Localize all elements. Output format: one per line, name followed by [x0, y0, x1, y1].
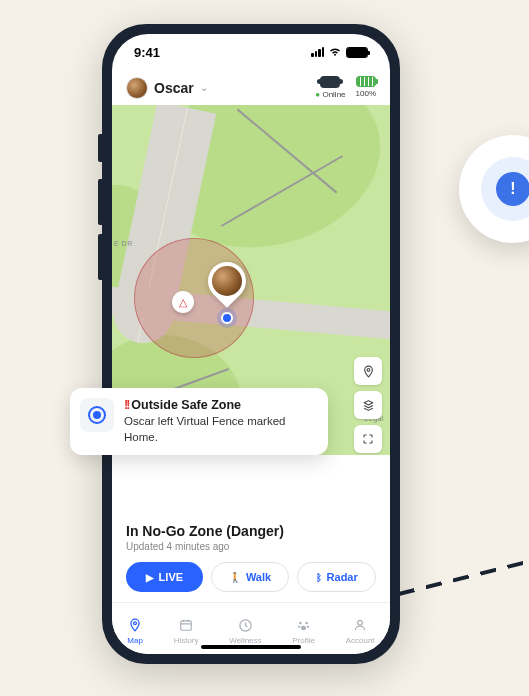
- warning-pin[interactable]: △: [172, 291, 194, 313]
- paw-icon: [296, 617, 311, 634]
- alert-bubble[interactable]: !: [459, 135, 529, 243]
- notification-title: !!Outside Safe Zone: [124, 398, 318, 412]
- walk-button[interactable]: 🚶 Walk: [211, 562, 290, 592]
- svg-point-5: [306, 621, 309, 624]
- walk-label: Walk: [246, 571, 271, 583]
- side-button: [98, 134, 102, 162]
- map-controls: [354, 357, 382, 453]
- pet-pin-avatar: [212, 266, 242, 296]
- tab-label: Account: [346, 636, 375, 645]
- alert-ring: !: [481, 157, 529, 221]
- walk-icon: 🚶: [229, 572, 241, 583]
- svg-point-7: [307, 625, 309, 627]
- phone-frame: 9:41 Oscar ⌄ Online 100%: [102, 24, 400, 664]
- app-header: Oscar ⌄ Online 100%: [112, 70, 390, 105]
- action-row: ▶ LIVE 🚶 Walk ᛒ Radar: [126, 562, 376, 592]
- tab-label: Profile: [292, 636, 315, 645]
- wifi-icon: [328, 47, 342, 57]
- alert-emoji: !!: [124, 398, 128, 412]
- wellness-icon: [238, 617, 253, 634]
- battery-small-icon: [356, 76, 376, 87]
- tracker-status[interactable]: Online: [315, 76, 345, 99]
- volume-down-button: [98, 234, 102, 280]
- warning-icon: △: [179, 296, 187, 309]
- svg-point-6: [298, 625, 300, 627]
- radar-button[interactable]: ᛒ Radar: [297, 562, 376, 592]
- map-pin-icon: [128, 617, 142, 634]
- notification-card[interactable]: !!Outside Safe Zone Oscar left Virtual F…: [70, 388, 328, 455]
- notification-icon-box: [80, 398, 114, 432]
- online-label: Online: [315, 90, 345, 99]
- cellular-icon: [311, 47, 324, 57]
- battery-icon: [346, 47, 368, 58]
- battery-percent: 100%: [356, 89, 376, 98]
- volume-up-button: [98, 179, 102, 225]
- status-indicators: [311, 47, 368, 58]
- svg-point-8: [301, 625, 306, 629]
- center-location-button[interactable]: [354, 357, 382, 385]
- battery-status[interactable]: 100%: [356, 76, 376, 99]
- radar-label: Radar: [327, 571, 358, 583]
- updated-timestamp: Updated 4 minutes ago: [126, 541, 376, 552]
- live-button[interactable]: ▶ LIVE: [126, 562, 203, 592]
- notification-body: Oscar left Virtual Fence marked Home.: [124, 414, 318, 445]
- tab-wellness[interactable]: Wellness: [229, 617, 261, 645]
- user-location-dot: [221, 312, 233, 324]
- street-label: E DR: [114, 240, 133, 247]
- fullscreen-button[interactable]: [354, 425, 382, 453]
- layers-button[interactable]: [354, 391, 382, 419]
- tab-label: Wellness: [229, 636, 261, 645]
- zone-status-title: In No-Go Zone (Danger): [126, 523, 376, 539]
- live-label: LIVE: [159, 571, 183, 583]
- notification-title-text: Outside Safe Zone: [131, 398, 241, 412]
- bluetooth-icon: ᛒ: [316, 572, 322, 583]
- svg-point-1: [134, 622, 137, 625]
- svg-rect-2: [181, 621, 192, 630]
- play-icon: ▶: [146, 572, 154, 583]
- svg-point-4: [299, 621, 302, 624]
- target-icon: [88, 406, 106, 424]
- clock: 9:41: [134, 45, 160, 60]
- tab-label: Map: [127, 636, 143, 645]
- svg-point-0: [367, 368, 370, 371]
- tab-label: History: [174, 636, 199, 645]
- calendar-icon: [179, 617, 193, 634]
- svg-point-9: [358, 620, 363, 625]
- status-bar: 9:41: [112, 34, 390, 70]
- tab-map[interactable]: Map: [127, 617, 143, 645]
- device-status: Online 100%: [315, 76, 376, 99]
- tab-history[interactable]: History: [174, 617, 199, 645]
- chevron-down-icon: ⌄: [200, 82, 208, 93]
- tracker-icon: [320, 76, 340, 88]
- tab-profile[interactable]: Profile: [292, 617, 315, 645]
- notification-text: !!Outside Safe Zone Oscar left Virtual F…: [124, 398, 318, 445]
- pet-name: Oscar: [154, 80, 194, 96]
- pet-avatar: [126, 77, 148, 99]
- alert-exclamation-icon: !: [496, 172, 529, 206]
- tab-account[interactable]: Account: [346, 617, 375, 645]
- home-indicator[interactable]: [201, 645, 301, 649]
- info-panel: In No-Go Zone (Danger) Updated 4 minutes…: [112, 511, 390, 602]
- account-icon: [353, 617, 367, 634]
- screen: 9:41 Oscar ⌄ Online 100%: [112, 34, 390, 654]
- pet-selector[interactable]: Oscar ⌄: [126, 77, 208, 99]
